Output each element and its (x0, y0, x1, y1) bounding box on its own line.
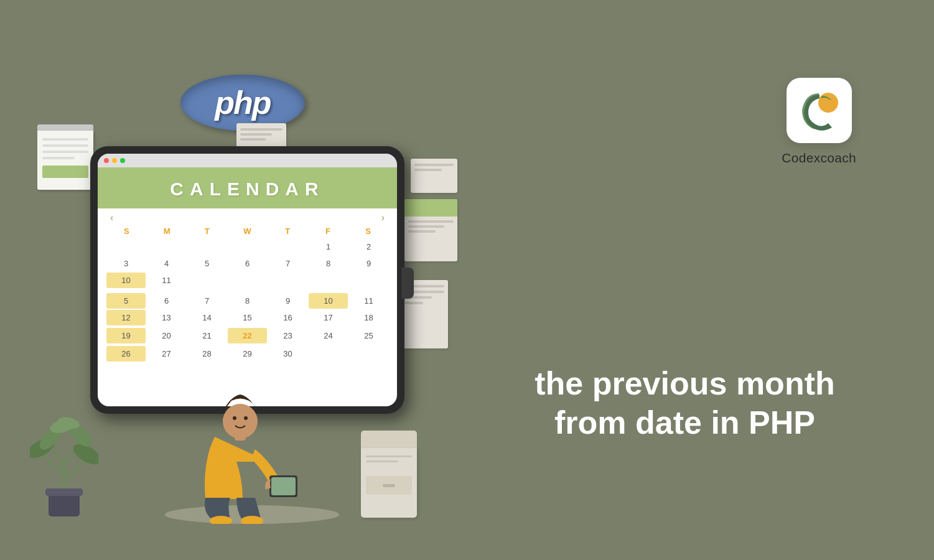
cal-day-11b: 11 (349, 293, 388, 309)
codexcoach-logo-box (787, 78, 852, 143)
cal-day-7b: 7 (187, 293, 226, 309)
nav-next: › (381, 212, 385, 223)
tablet-button (401, 268, 414, 299)
cal-day-6: 6 (228, 256, 267, 271)
php-logo-text: php (215, 84, 270, 121)
codexcoach-logo-svg (796, 87, 843, 134)
heading-line1: the previous month (473, 364, 897, 403)
calendar-header: CALENDAR (98, 167, 397, 208)
day-headers: S M T W T F S (98, 225, 397, 238)
day-T1: T (187, 225, 227, 238)
cal-day-12: 12 (106, 310, 146, 325)
svg-point-12 (223, 404, 258, 439)
cal-day-13: 13 (147, 310, 186, 325)
codexcoach-name: Codexcoach (782, 151, 856, 166)
cal-day-9: 9 (349, 256, 388, 271)
dot-red (104, 158, 109, 163)
cabinet-furniture (361, 431, 417, 518)
cal-day-18: 18 (349, 310, 388, 325)
cal-day-10: 10 (106, 273, 146, 288)
calendar-days-grid: 1 2 3 4 5 6 7 8 9 10 11 (98, 238, 397, 293)
plant-illustration (30, 376, 98, 520)
calendar-days-row3: 5 6 7 8 9 10 11 (98, 293, 397, 309)
cal-day-11: 11 (147, 273, 186, 288)
day-empty4 (228, 239, 267, 254)
cal-day-16: 16 (268, 310, 307, 325)
svg-point-14 (244, 416, 248, 420)
day-empty2 (147, 239, 186, 254)
cal-day-2: 2 (349, 239, 388, 254)
cal-day-7: 7 (268, 256, 307, 271)
deco-card-right-mid (404, 199, 457, 261)
notepad-topleft (37, 124, 96, 193)
person-illustration (134, 337, 370, 524)
calendar-days-row4: 12 13 14 15 16 17 18 (98, 309, 397, 327)
svg-point-17 (818, 93, 838, 113)
cal-day-5: 5 (187, 256, 226, 271)
svg-rect-1 (45, 488, 83, 496)
cal-day-5b: 5 (106, 293, 146, 309)
cal-day-4: 4 (147, 256, 186, 271)
day-S1: S (106, 225, 147, 238)
main-heading: the previous month from date in PHP (473, 364, 897, 442)
day-F: F (308, 225, 348, 238)
php-logo: php (180, 75, 305, 131)
cal-day-15: 15 (228, 310, 267, 325)
day-empty3 (187, 239, 226, 254)
svg-point-13 (233, 416, 236, 420)
day-empty1 (106, 239, 146, 254)
cal-day-6b: 6 (147, 293, 186, 309)
calendar-nav: ‹ › (98, 208, 397, 225)
svg-rect-16 (271, 477, 296, 495)
day-empty5 (268, 239, 307, 254)
browser-bar (98, 154, 397, 167)
cal-day-9b: 9 (268, 293, 307, 309)
heading-line2: from date in PHP (473, 403, 897, 442)
calendar-title: CALENDAR (170, 179, 324, 199)
nav-prev: ‹ (110, 212, 113, 223)
cal-day-17: 17 (309, 310, 348, 325)
day-S2: S (348, 225, 388, 238)
day-T2: T (268, 225, 308, 238)
dot-green (120, 158, 125, 163)
cal-day-10b: 10 (309, 293, 348, 309)
cal-day-8: 8 (309, 256, 348, 271)
day-W: W (227, 225, 268, 238)
cal-day-14: 14 (187, 310, 226, 325)
cal-day-8b: 8 (228, 293, 267, 309)
cal-day-1: 1 (309, 239, 348, 254)
codexcoach-branding: Codexcoach (782, 78, 856, 166)
day-M: M (147, 225, 187, 238)
cal-day-3: 3 (106, 256, 146, 271)
dot-yellow (112, 158, 117, 163)
deco-card-right-top (411, 159, 457, 193)
